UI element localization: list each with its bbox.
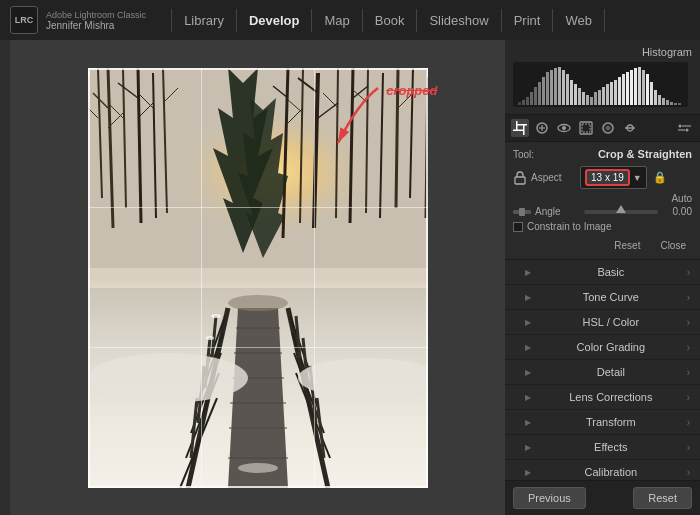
panel-color-grading[interactable]: ▶ Color Grading › <box>505 335 700 360</box>
svg-rect-103 <box>638 67 641 105</box>
svg-rect-77 <box>534 87 537 105</box>
panel-effects-label: Effects <box>594 441 627 453</box>
panel-tone-expand-icon: › <box>687 292 690 303</box>
center-area: cropped <box>10 40 505 515</box>
main-layout: cropped Histogram <box>0 40 700 515</box>
svg-rect-74 <box>522 100 525 105</box>
crop-tool-panel: Tool: Crop & Straighten Aspect 13 x 19 ▼… <box>505 142 700 260</box>
nav-library[interactable]: Library <box>171 9 237 32</box>
panel-lens-arrow-left: ▶ <box>525 393 531 402</box>
svg-rect-132 <box>515 177 525 184</box>
nav-web[interactable]: Web <box>553 9 605 32</box>
panel-lens[interactable]: ▶ Lens Corrections › <box>505 385 700 410</box>
svg-rect-83 <box>558 67 561 105</box>
svg-rect-91 <box>590 97 593 105</box>
constrain-checkbox[interactable] <box>513 222 523 232</box>
crop-reset-button[interactable]: Reset <box>608 238 646 253</box>
panel-detail-expand-icon: › <box>687 367 690 378</box>
svg-rect-101 <box>630 70 633 105</box>
panel-hsl-arrow-left: ▶ <box>525 318 531 327</box>
panel-transform-arrow-left: ▶ <box>525 418 531 427</box>
svg-rect-116 <box>523 125 525 135</box>
left-panel <box>0 40 10 515</box>
panel-cg-arrow-left: ▶ <box>525 343 531 352</box>
tool-icons-row <box>505 115 700 142</box>
angle-label: Angle <box>535 206 580 217</box>
svg-rect-107 <box>654 90 657 105</box>
app-info: Adobe Lightroom Classic Jennifer Mishra <box>46 10 146 31</box>
panel-tone-curve[interactable]: ▶ Tone Curve › <box>505 285 700 310</box>
photo-background <box>88 68 428 488</box>
original-ratio-icon[interactable] <box>513 171 527 185</box>
range-mask-icon[interactable] <box>621 119 639 137</box>
svg-rect-87 <box>574 84 577 105</box>
svg-rect-84 <box>562 70 565 105</box>
svg-rect-96 <box>610 82 613 105</box>
svg-rect-82 <box>554 68 557 105</box>
histogram-section: Histogram <box>505 40 700 115</box>
svg-rect-73 <box>518 102 521 105</box>
level-icon[interactable] <box>513 207 531 217</box>
panel-basic[interactable]: ▶ Basic › <box>505 260 700 285</box>
aspect-value: 13 x 19 <box>585 169 630 186</box>
svg-rect-124 <box>582 124 590 132</box>
dropdown-arrow-icon: ▼ <box>633 173 642 183</box>
right-panel: Histogram <box>505 40 700 515</box>
svg-rect-104 <box>642 70 645 105</box>
panel-detail[interactable]: ▶ Detail › <box>505 360 700 385</box>
panel-hsl[interactable]: ▶ HSL / Color › <box>505 310 700 335</box>
nav-map[interactable]: Map <box>312 9 362 32</box>
svg-rect-75 <box>526 97 529 105</box>
panel-calibration[interactable]: ▶ Calibration › <box>505 460 700 480</box>
healing-brush-icon[interactable] <box>533 119 551 137</box>
lrc-logo: LRC <box>10 6 38 34</box>
reset-button[interactable]: Reset <box>633 487 692 509</box>
svg-rect-93 <box>598 90 601 105</box>
lock-icon[interactable]: 🔒 <box>653 171 667 184</box>
svg-rect-90 <box>586 95 589 105</box>
cropped-annotation: cropped <box>386 83 437 98</box>
nav-print[interactable]: Print <box>502 9 554 32</box>
panel-effects[interactable]: ▶ Effects › <box>505 435 700 460</box>
svg-rect-92 <box>594 92 597 105</box>
svg-rect-112 <box>674 103 677 105</box>
options-icon[interactable] <box>676 119 694 137</box>
aspect-row: Aspect 13 x 19 ▼ 🔒 <box>513 166 692 189</box>
svg-rect-94 <box>602 87 605 105</box>
panel-transform[interactable]: ▶ Transform › <box>505 410 700 435</box>
panel-calib-arrow-left: ▶ <box>525 468 531 477</box>
red-eye-icon[interactable] <box>555 119 573 137</box>
nav-develop[interactable]: Develop <box>237 9 313 32</box>
svg-point-70 <box>238 463 278 473</box>
adjustment-brush-icon[interactable] <box>599 119 617 137</box>
svg-point-126 <box>606 126 611 131</box>
nav-book[interactable]: Book <box>363 9 418 32</box>
tool-name: Crop & Straighten <box>598 148 692 160</box>
crop-tool-icon[interactable] <box>511 119 529 137</box>
panel-detail-label: Detail <box>597 366 625 378</box>
constrain-row: Constrain to Image <box>513 221 692 232</box>
panel-transform-label: Transform <box>586 416 636 428</box>
user-name: Jennifer Mishra <box>46 20 146 31</box>
crop-close-button[interactable]: Close <box>654 238 692 253</box>
nav-slideshow[interactable]: Slideshow <box>417 9 501 32</box>
app-name: Adobe Lightroom Classic <box>46 10 146 20</box>
panel-basic-arrow-left: ▶ <box>525 268 531 277</box>
svg-point-68 <box>88 353 248 403</box>
image-container: cropped <box>88 68 428 488</box>
panel-calibration-label: Calibration <box>585 466 638 478</box>
svg-rect-108 <box>658 95 661 105</box>
angle-slider[interactable] <box>584 210 658 214</box>
masking-icon[interactable] <box>577 119 595 137</box>
panel-color-grading-label: Color Grading <box>577 341 645 353</box>
panel-effects-arrow-left: ▶ <box>525 443 531 452</box>
panel-transform-expand-icon: › <box>687 417 690 428</box>
svg-point-65 <box>211 314 221 318</box>
svg-point-130 <box>686 129 689 132</box>
panel-lens-label: Lens Corrections <box>569 391 652 403</box>
panel-lens-expand-icon: › <box>687 392 690 403</box>
aspect-dropdown[interactable]: 13 x 19 ▼ <box>580 166 647 189</box>
previous-button[interactable]: Previous <box>513 487 586 509</box>
bottom-buttons: Previous Reset <box>505 480 700 515</box>
svg-rect-95 <box>606 84 609 105</box>
